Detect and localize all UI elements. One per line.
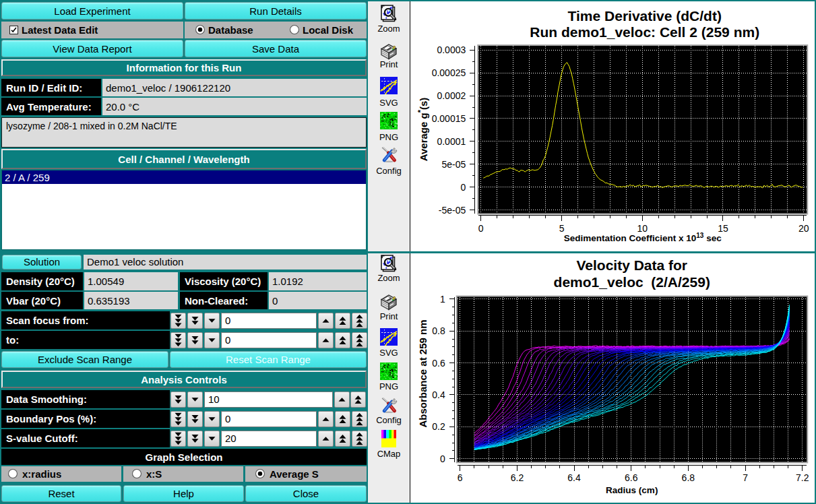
- svg-text:0.0002: 0.0002: [437, 90, 466, 101]
- svg-text:0.8: 0.8: [432, 325, 445, 336]
- svg-text:10: 10: [637, 223, 648, 234]
- svg-text:0.00015: 0.00015: [431, 113, 466, 124]
- svg-text:1: 1: [439, 293, 445, 304]
- svg-text:15: 15: [718, 223, 728, 234]
- svg-text:Absorbance at 259 nm: Absorbance at 259 nm: [416, 319, 428, 427]
- svg-text:Sedimentation Coefficient x 10: Sedimentation Coefficient x 1013 sec: [563, 232, 721, 243]
- svg-text:Average g*(s): Average g*(s): [416, 98, 429, 162]
- svg-text:0: 0: [460, 182, 466, 193]
- svg-text:0.2: 0.2: [432, 421, 445, 432]
- svg-text:0.6: 0.6: [432, 357, 445, 368]
- svg-text:20: 20: [798, 223, 809, 234]
- svg-text:0: 0: [478, 223, 483, 234]
- svg-text:7.2: 7.2: [796, 472, 809, 482]
- svg-text:0.4: 0.4: [432, 389, 445, 400]
- svg-text:0.0003: 0.0003: [437, 44, 466, 55]
- svg-text:-5e-05: -5e-05: [438, 205, 466, 216]
- svg-text:6.8: 6.8: [681, 472, 695, 482]
- svg-text:demo1_veloc (2/A/259): demo1_veloc (2/A/259): [553, 274, 710, 289]
- svg-text:6.2: 6.2: [510, 472, 524, 482]
- svg-text:7: 7: [743, 472, 748, 482]
- svg-text:Run demo1_veloc: Cell 2 (259 n: Run demo1_veloc: Cell 2 (259 nm): [530, 24, 759, 40]
- svg-text:6.4: 6.4: [567, 472, 581, 482]
- svg-text:Velocity Data for: Velocity Data for: [576, 257, 687, 272]
- svg-text:5e-05: 5e-05: [441, 159, 466, 170]
- svg-text:Time Derivative (dC/dt): Time Derivative (dC/dt): [567, 8, 721, 24]
- svg-text:0: 0: [439, 453, 445, 464]
- svg-text:Radius (cm): Radius (cm): [606, 484, 658, 495]
- svg-text:5: 5: [559, 223, 564, 234]
- svg-text:6: 6: [457, 472, 462, 482]
- svg-text:0.00025: 0.00025: [431, 67, 466, 78]
- svg-text:0.0001: 0.0001: [437, 136, 466, 147]
- svg-text:6.6: 6.6: [625, 472, 638, 482]
